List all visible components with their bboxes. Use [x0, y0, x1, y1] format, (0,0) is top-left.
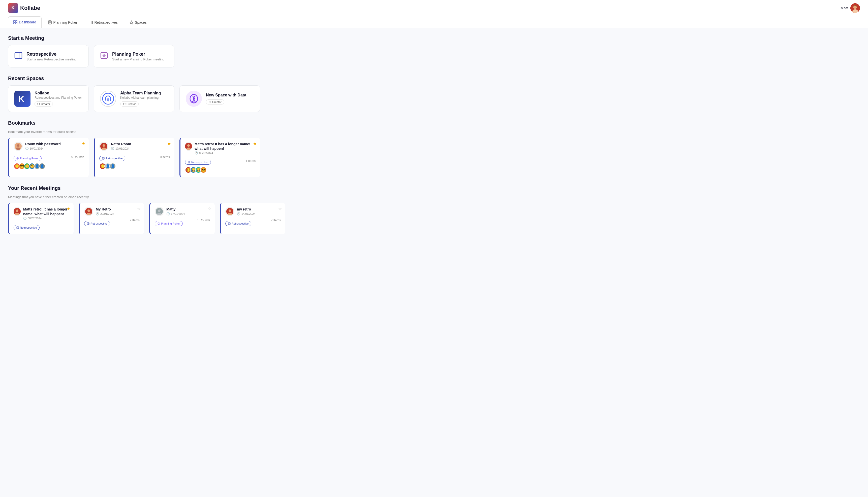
svg-point-23	[191, 101, 197, 103]
start-meeting-title: Start a Meeting	[8, 35, 294, 41]
tab-planning-poker[interactable]: Planning Poker	[43, 16, 83, 28]
star-btn-2[interactable]: ★	[167, 141, 171, 146]
planning-poker-card[interactable]: Planning Poker Start a new Planning Poke…	[94, 45, 175, 68]
bookmarks-cards-row: Room with password 🕐 10/01/2024 ★ Planni…	[8, 138, 294, 177]
recent-meeting-badge-2: Retrospective 2 Items	[84, 218, 140, 226]
shield-icon-2	[123, 103, 125, 105]
clock-icon-rm4: 🕐	[237, 212, 240, 215]
avatar[interactable]	[850, 3, 860, 13]
tab-retrospectives-label: Retrospectives	[94, 20, 118, 25]
type-badge-rm4: Retrospective	[225, 221, 251, 226]
nav-tabs: Dashboard Planning Poker Retrospectives …	[0, 16, 868, 28]
star-btn-rm1[interactable]: ★	[67, 207, 70, 211]
participant-avatar: 👤	[39, 163, 45, 169]
user-avatar-2	[100, 143, 107, 150]
retro-icon-rm1	[16, 226, 19, 229]
recent-meeting-my-retro[interactable]: My Retro 🕐 20/01/2024 ☆ Retrospective 2 …	[79, 203, 144, 234]
type-badge-3: Retrospective	[185, 160, 211, 165]
bookmark-retro-room[interactable]: Retro Room 🕐 10/01/2024 ★ Retrospective …	[94, 138, 175, 177]
space-card-alpha[interactable]: Alpha Team Planning Kollabe Alpha team p…	[94, 85, 175, 112]
retro-card-title: Retrospective	[26, 52, 77, 57]
star-btn-rm2[interactable]: ☆	[137, 207, 141, 211]
poker-card-text: Planning Poker Start a new Planning Poke…	[112, 52, 164, 61]
poker-card-subtitle: Start a new Planning Poker meeting	[112, 57, 164, 61]
bookmark-footer-3: Retrospective 1 Items	[185, 157, 256, 165]
recent-meeting-info-1: Matts retro! It has a longer name! what …	[23, 207, 69, 220]
bookmark-footer-1: Planning Poker 5 Rounds	[14, 153, 84, 161]
recent-meeting-my-retro-2[interactable]: my retro 🕐 14/01/2024 ☆ Retrospective 7 …	[220, 203, 285, 234]
svg-rect-5	[16, 20, 17, 22]
recent-meeting-badge-4: Retrospective 7 Items	[225, 218, 281, 226]
retro-card-icon	[14, 51, 23, 61]
type-badge-rm2: Retrospective	[84, 221, 110, 226]
bookmark-matts-retro[interactable]: Matts retro! It has a longer name! what …	[179, 138, 260, 177]
user-avatar-rm1	[14, 208, 20, 215]
type-badge-rm3: Planning Poker	[155, 221, 183, 226]
tab-spaces[interactable]: Spaces	[124, 16, 152, 28]
alpha-space-logo	[100, 91, 116, 107]
alpha-space-info: Alpha Team Planning Kollabe Alpha team p…	[120, 91, 168, 106]
star-btn-3[interactable]: ★	[253, 141, 257, 146]
user-avatar-rm4	[226, 208, 233, 215]
tab-retrospectives[interactable]: Retrospectives	[83, 16, 123, 28]
recent-meeting-badge-1: Retrospective	[14, 223, 69, 230]
kollabe-space-info: Kollabe Retrospectives and Planning Poke…	[35, 91, 82, 106]
svg-point-53	[158, 210, 161, 212]
star-btn-rm4[interactable]: ☆	[278, 207, 282, 211]
recent-meeting-date-3: 🕐 17/01/2024	[166, 212, 185, 215]
header: K Kollabe Matt	[0, 0, 868, 16]
poker-card-icon	[100, 51, 108, 61]
star-btn-1[interactable]: ★	[82, 141, 85, 146]
type-badge-2: Retrospective	[99, 156, 125, 161]
svg-rect-12	[89, 21, 93, 24]
logo[interactable]: K Kollabe	[8, 3, 40, 13]
newspace-logo-svg	[188, 93, 200, 105]
kollabe-role-badge: Creator	[35, 101, 53, 106]
bookmark-count-2: 0 Items	[160, 155, 170, 159]
main-content: Start a Meeting Retrospective Start a ne…	[0, 28, 302, 249]
svg-rect-31	[102, 157, 104, 159]
svg-rect-7	[16, 23, 17, 24]
recent-spaces-section: Recent Spaces K Kollabe Retrospectives a…	[8, 75, 294, 112]
recent-meeting-matty[interactable]: Matty 🕐 17/01/2024 ☆ Planning Poker 1 Ro…	[149, 203, 215, 234]
svg-point-47	[87, 210, 90, 212]
bookmark-footer-2: Retrospective 0 Items	[99, 153, 170, 161]
space-card-newspace[interactable]: New Space with Data Creator	[179, 85, 260, 112]
svg-point-41	[16, 210, 18, 212]
bookmark-header-1: Room with password 🕐 10/01/2024	[14, 142, 84, 151]
kollabe-space-logo: K	[14, 91, 30, 107]
poker-card-title: Planning Poker	[112, 52, 164, 57]
bookmark-info-1: Room with password 🕐 10/01/2024	[25, 142, 61, 150]
type-badge-1: Planning Poker	[14, 156, 42, 161]
recent-meeting-matts-retro[interactable]: Matts retro! It has a longer name! what …	[8, 203, 73, 234]
bookmark-avatar-2	[99, 142, 108, 151]
poker-icon-rm3	[157, 222, 160, 225]
bookmark-avatar-1	[14, 142, 23, 151]
star-btn-rm3[interactable]: ☆	[208, 207, 211, 211]
svg-rect-43	[17, 227, 19, 229]
recent-meeting-avatar-2	[84, 207, 93, 216]
participant-avatar: 👤	[109, 163, 116, 169]
type-badge-rm1: Retrospective	[14, 225, 40, 230]
app-name: Kollabe	[20, 5, 40, 11]
bookmark-avatar-3	[185, 142, 192, 151]
space-card-kollabe[interactable]: K Kollabe Retrospectives and Planning Po…	[8, 85, 89, 112]
kollabe-k-logo: K	[17, 93, 28, 104]
recent-meeting-count-4: 7 Items	[271, 218, 281, 222]
retrospective-card[interactable]: Retrospective Start a new Retrospective …	[8, 45, 89, 68]
alpha-logo-svg	[102, 93, 114, 105]
bookmark-count-3: 1 Items	[246, 159, 256, 162]
newspace-role-label: Creator	[212, 100, 222, 103]
shield-icon-3	[209, 101, 211, 103]
alpha-space-desc: Kollabe Alpha team planning	[120, 96, 168, 99]
recent-meeting-header-4: my retro 🕐 14/01/2024	[225, 207, 281, 216]
kollabe-role-label: Creator	[41, 102, 50, 105]
bookmark-date-2: 🕐 10/01/2024	[111, 147, 131, 150]
user-avatar-rm2	[85, 208, 92, 215]
retro-icon-rm4	[228, 222, 231, 225]
svg-point-22	[193, 98, 195, 100]
bookmark-room-password[interactable]: Room with password 🕐 10/01/2024 ★ Planni…	[8, 138, 89, 177]
tab-dashboard[interactable]: Dashboard	[8, 16, 42, 28]
retrospectives-nav-icon	[89, 20, 93, 25]
recent-meeting-avatar-3	[155, 207, 164, 216]
